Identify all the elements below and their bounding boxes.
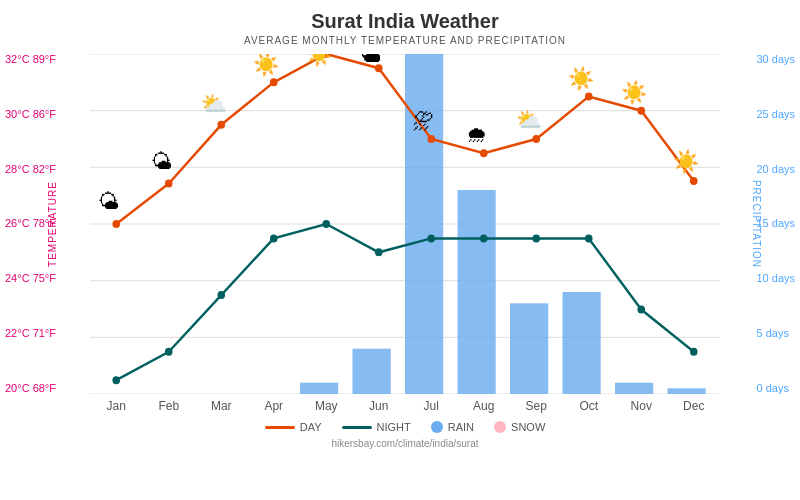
watermark: hikersbay.com/climate/india/surat [90, 438, 780, 449]
x-label-sep: Sep [510, 399, 563, 413]
chart-title: Surat India Weather [90, 10, 780, 33]
svg-text:☀️: ☀️ [306, 54, 332, 68]
svg-point-22 [480, 234, 488, 242]
svg-text:🌧: 🌧 [466, 123, 487, 148]
svg-point-33 [427, 135, 435, 143]
svg-point-15 [112, 376, 120, 384]
x-label-feb: Feb [143, 399, 196, 413]
legend-day: DAY [265, 421, 322, 433]
x-label-nov: Nov [615, 399, 668, 413]
svg-text:☀️: ☀️ [673, 149, 699, 176]
svg-point-29 [217, 121, 225, 129]
legend-night-line [342, 426, 372, 429]
legend-night-label: NIGHT [377, 421, 411, 433]
svg-rect-9 [405, 54, 443, 394]
y-left-3: 26°C 78°F [5, 218, 56, 229]
y-right-2: 20 days [756, 164, 795, 175]
legend-rain: RAIN [431, 421, 474, 433]
svg-point-37 [637, 107, 645, 115]
y-right-1: 25 days [756, 109, 795, 120]
y-right-6: 0 days [756, 383, 795, 394]
chart-subtitle: AVERAGE MONTHLY TEMPERATURE AND PRECIPIT… [90, 35, 780, 46]
svg-point-30 [270, 78, 278, 86]
legend-snow-label: SNOW [511, 421, 545, 433]
chart-container: Surat India Weather AVERAGE MONTHLY TEMP… [0, 0, 800, 500]
legend-rain-dot [431, 421, 443, 433]
svg-point-35 [532, 135, 540, 143]
y-left-4: 24°C 75°F [5, 273, 56, 284]
svg-point-19 [322, 220, 330, 228]
svg-point-28 [165, 180, 173, 188]
y-axis-left: 32°C 89°F 30°C 86°F 28°C 82°F 26°C 78°F … [5, 54, 56, 394]
y-left-2: 28°C 82°F [5, 164, 56, 175]
y-right-5: 5 days [756, 328, 795, 339]
svg-rect-10 [458, 190, 496, 394]
svg-point-20 [375, 248, 383, 256]
y-axis-right: 30 days 25 days 20 days 15 days 10 days … [756, 54, 795, 394]
svg-text:🌥: 🌥 [361, 54, 382, 67]
y-right-0: 30 days [756, 54, 795, 65]
y-right-4: 10 days [756, 273, 795, 284]
x-axis: Jan Feb Mar Apr May Jun Jul Aug Sep Oct … [90, 394, 720, 413]
svg-rect-12 [563, 292, 601, 394]
svg-text:☀️: ☀️ [568, 66, 594, 93]
svg-rect-11 [510, 303, 548, 394]
x-label-dec: Dec [668, 399, 721, 413]
svg-text:⛅: ⛅ [516, 107, 542, 134]
svg-point-17 [217, 291, 225, 299]
y-left-5: 22°C 71°F [5, 328, 56, 339]
svg-point-23 [532, 234, 540, 242]
svg-text:🌤: 🌤 [98, 190, 119, 215]
svg-point-26 [690, 348, 698, 356]
x-label-mar: Mar [195, 399, 248, 413]
y-left-0: 32°C 89°F [5, 54, 56, 65]
x-label-aug: Aug [458, 399, 511, 413]
svg-rect-13 [615, 383, 653, 394]
svg-point-21 [427, 234, 435, 242]
svg-point-34 [480, 149, 488, 157]
svg-point-16 [165, 348, 173, 356]
legend-night: NIGHT [342, 421, 411, 433]
svg-point-36 [585, 93, 593, 101]
legend-snow-dot [494, 421, 506, 433]
svg-text:⛅: ⛅ [201, 91, 227, 118]
svg-text:⛈: ⛈ [413, 110, 434, 135]
svg-point-24 [585, 234, 593, 242]
x-label-jan: Jan [90, 399, 143, 413]
svg-rect-7 [300, 383, 338, 394]
y-left-1: 30°C 86°F [5, 109, 56, 120]
svg-rect-8 [353, 349, 391, 394]
y-left-6: 20°C 68°F [5, 383, 56, 394]
chart-svg: 🌤 🌤 ⛅ ☀️ ☀️ 🌥 ⛈ 🌧 ⛅ ☀️ ☀️ ☀️ [90, 54, 720, 394]
legend-snow: SNOW [494, 421, 545, 433]
chart-legend: DAY NIGHT RAIN SNOW [90, 421, 780, 433]
x-label-may: May [300, 399, 353, 413]
svg-text:🌤: 🌤 [151, 150, 172, 175]
x-label-jun: Jun [353, 399, 406, 413]
x-label-oct: Oct [563, 399, 616, 413]
svg-point-27 [112, 220, 120, 228]
legend-day-line [265, 426, 295, 429]
legend-rain-label: RAIN [448, 421, 474, 433]
svg-point-18 [270, 234, 278, 242]
svg-point-25 [637, 306, 645, 314]
svg-text:☀️: ☀️ [253, 54, 279, 78]
svg-text:☀️: ☀️ [621, 80, 647, 107]
y-right-3: 15 days [756, 218, 795, 229]
svg-point-38 [690, 177, 698, 185]
svg-rect-14 [668, 388, 706, 394]
legend-day-label: DAY [300, 421, 322, 433]
x-label-jul: Jul [405, 399, 458, 413]
x-label-apr: Apr [248, 399, 301, 413]
